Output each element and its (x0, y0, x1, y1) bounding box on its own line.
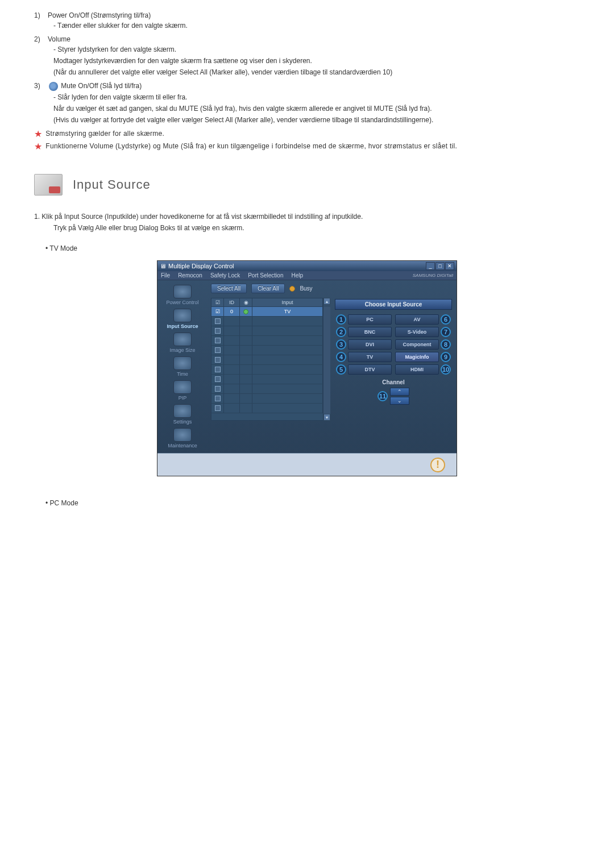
input-source-icon (34, 174, 63, 196)
table-row[interactable]: ☑ 0 TV (211, 307, 323, 317)
th-status: ◉ (240, 298, 252, 306)
row-checkbox[interactable] (215, 338, 221, 343)
scroll-up-button[interactable]: ▴ (323, 298, 330, 305)
menu-port-selection[interactable]: Port Selection (248, 272, 283, 279)
settings-icon (173, 404, 192, 418)
callout-9: 9 (441, 352, 451, 362)
select-all-button[interactable]: Select All (211, 284, 247, 293)
table-row[interactable] (211, 326, 323, 336)
source-dtv-button[interactable]: DTV (348, 364, 392, 375)
input-icon (173, 309, 192, 322)
sidebar-item-input-source[interactable]: Input Source (160, 308, 205, 330)
scroll-down-button[interactable]: ▾ (323, 414, 330, 421)
row-id: 0 (224, 307, 240, 316)
window-title: Multiple Display Control (168, 263, 234, 269)
scrollbar[interactable]: ▾ (323, 307, 330, 421)
display-table: ☑ ID ◉ Input ▴ ☑ 0 (211, 298, 330, 421)
sidebar-item-power[interactable]: Power Control (160, 284, 205, 306)
th-checkbox[interactable]: ☑ (211, 298, 224, 306)
list2-desc2: Modtager lydstyrkeværdien for den valgte… (53, 56, 580, 66)
menu-help[interactable]: Help (291, 272, 303, 279)
list-marker-1: 1) (34, 11, 45, 19)
sidebar-item-time[interactable]: Time (160, 355, 205, 378)
list-marker-3: 3) (34, 82, 45, 90)
row-checkbox[interactable] (215, 386, 221, 392)
maximize-button[interactable]: □ (435, 262, 445, 270)
list3-desc2: Når du vælger ét sæt ad gangen, skal du … (53, 103, 580, 114)
source-dvi-button[interactable]: DVI (348, 339, 392, 350)
list2-desc3: (Når du annullerer det valgte eller vælg… (53, 67, 580, 77)
source-av-button[interactable]: AV (395, 314, 439, 325)
menu-safety-lock[interactable]: Safety Lock (210, 272, 240, 279)
sidebar-item-settings[interactable]: Settings (160, 403, 205, 426)
callout-1: 1 (336, 314, 346, 325)
source-pc-button[interactable]: PC (348, 314, 392, 325)
channel-down-button[interactable]: ⌄ (390, 397, 409, 405)
table-row[interactable] (211, 404, 323, 413)
menu-remocon[interactable]: Remocon (178, 272, 202, 279)
table-row[interactable] (211, 336, 323, 346)
row-checkbox[interactable] (215, 396, 221, 401)
star-icon: ★ (34, 130, 42, 139)
row-checkbox[interactable]: ☑ (211, 307, 224, 316)
minimize-button[interactable]: _ (426, 262, 435, 270)
list3-title: Mute On/Off (Slå lyd til/fra) (61, 82, 142, 90)
th-id: ID (224, 298, 240, 306)
time-icon (173, 356, 192, 370)
app-window: 🖥 Multiple Display Control _ □ ✕ File Re… (157, 260, 457, 476)
row-checkbox[interactable] (215, 367, 221, 372)
main-area: Select All Clear All Busy ☑ ID ◉ Input ▴ (208, 280, 457, 453)
source-magicinfo-button[interactable]: MagicInfo (395, 352, 439, 362)
list1-title: Power On/Off (Strømstyring til/fra) (48, 11, 580, 19)
th-input: Input (252, 298, 323, 306)
status-dot-icon (243, 309, 248, 314)
row-checkbox[interactable] (215, 376, 221, 382)
row-checkbox[interactable] (215, 405, 221, 411)
instruction-1b: Tryk på Vælg Alle eller brug Dialog Boks… (34, 224, 580, 232)
list3-desc1: - Slår lyden for den valgte skærm til el… (53, 92, 580, 102)
table-row[interactable] (211, 394, 323, 404)
sidebar: Power Control Input Source Image Size Ti… (157, 280, 208, 453)
section-header: Input Source (34, 174, 580, 196)
table-row[interactable] (211, 317, 323, 326)
close-button[interactable]: ✕ (445, 262, 454, 270)
source-component-button[interactable]: Component (395, 339, 439, 350)
row-checkbox[interactable] (215, 318, 221, 324)
callout-3: 3 (336, 339, 346, 350)
sidebar-item-maintenance[interactable]: Maintenance (160, 427, 205, 450)
callout-10: 10 (441, 364, 451, 375)
table-row[interactable] (211, 355, 323, 365)
menu-file[interactable]: File (161, 272, 170, 279)
panel-header: Choose Input Source (335, 299, 452, 310)
row-checkbox[interactable] (215, 357, 221, 363)
sidebar-item-image-size[interactable]: Image Size (160, 331, 205, 354)
source-hdmi-button[interactable]: HDMI (395, 364, 439, 375)
table-row[interactable] (211, 375, 323, 384)
tv-mode-label: TV Mode (45, 244, 580, 252)
pip-icon (173, 380, 192, 394)
brand-logo: SAMSUNG DIGITall (413, 273, 453, 278)
info-strip: ! (157, 453, 457, 476)
source-bnc-button[interactable]: BNC (348, 327, 392, 337)
sidebar-item-pip[interactable]: PIP (160, 379, 205, 402)
list2-desc1: - Styrer lydstyrken for den valgte skærm… (53, 44, 580, 55)
star-note-1: Strømstyring gælder for alle skærme. (45, 130, 164, 138)
section-title: Input Source (73, 177, 151, 192)
clear-all-button[interactable]: Clear All (251, 284, 285, 293)
table-row[interactable] (211, 346, 323, 355)
table-row[interactable] (211, 365, 323, 375)
busy-label: Busy (300, 285, 312, 292)
table-row[interactable] (211, 384, 323, 394)
list-marker-2: 2) (34, 35, 45, 43)
row-checkbox[interactable] (215, 328, 221, 334)
list3-desc3: (Hvis du vælger at fortryde det valgte e… (53, 115, 580, 125)
callout-2: 2 (336, 327, 346, 337)
instruction-1: 1. Klik på Input Source (Inputkilde) und… (34, 213, 580, 221)
maint-icon (173, 428, 192, 442)
source-tv-button[interactable]: TV (348, 352, 392, 362)
info-icon: ! (430, 458, 445, 472)
title-bar: 🖥 Multiple Display Control _ □ ✕ (157, 261, 457, 271)
channel-up-button[interactable]: ⌃ (390, 388, 409, 396)
row-checkbox[interactable] (215, 347, 221, 353)
source-svideo-button[interactable]: S-Video (395, 327, 439, 337)
